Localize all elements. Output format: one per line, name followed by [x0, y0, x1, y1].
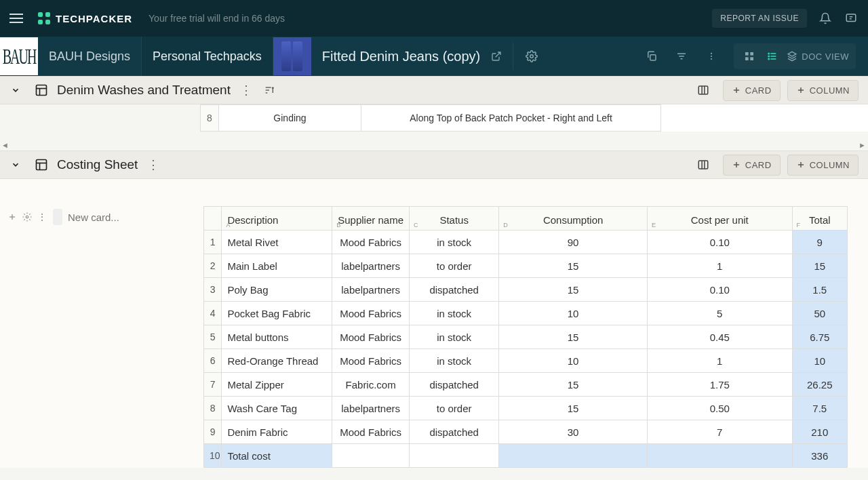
cell-total[interactable]: 9: [792, 231, 847, 254]
columns-icon[interactable]: [696, 83, 711, 98]
more-icon[interactable]: ⋮: [37, 212, 47, 222]
techpack-thumbnail[interactable]: [273, 37, 311, 75]
cell-description[interactable]: Red-Orange Thread: [222, 349, 332, 373]
cell-total[interactable]: 7.5: [792, 397, 847, 420]
new-card-input[interactable]: [68, 212, 197, 223]
chevron-down-icon[interactable]: [9, 159, 22, 171]
cell-total[interactable]: 15: [792, 254, 847, 278]
treatment-cell[interactable]: Ginding: [219, 104, 361, 132]
col-supplier[interactable]: Supplier nameB: [332, 207, 410, 231]
cell-supplier[interactable]: labelpartners: [332, 254, 410, 278]
add-icon[interactable]: [7, 212, 18, 222]
cell-consumption[interactable]: 30: [499, 420, 648, 444]
scroll-right-icon[interactable]: ►: [859, 141, 867, 151]
logo[interactable]: TECHPACKER: [38, 12, 132, 24]
cell-supplier[interactable]: Fabric.com: [332, 373, 410, 397]
cell-description[interactable]: Metal Zipper: [222, 373, 332, 397]
add-card-button[interactable]: CARD: [723, 155, 781, 176]
col-cost-per-unit[interactable]: Cost per unitE: [647, 207, 792, 231]
cell-total[interactable]: 210: [792, 420, 847, 444]
cell-supplier[interactable]: Mood Fabrics: [332, 349, 410, 373]
table-row[interactable]: 6Red-Orange ThreadMood Fabricsin stock10…: [204, 349, 848, 373]
cell-consumption[interactable]: 15: [499, 373, 648, 397]
cell-supplier[interactable]: Mood Fabrics: [332, 420, 410, 444]
columns-icon[interactable]: [696, 157, 711, 172]
filter-icon[interactable]: [674, 49, 689, 64]
copy-icon[interactable]: [644, 49, 659, 64]
table-row[interactable]: 9Denim FabricMood Fabricsdispatched30721…: [204, 420, 848, 444]
cell-description[interactable]: Wash Care Tag: [222, 397, 332, 420]
cell-status[interactable]: to order: [410, 397, 499, 420]
cell-cost-per-unit[interactable]: 7: [647, 420, 792, 444]
gear-icon[interactable]: [524, 49, 539, 64]
table-row[interactable]: 8 Ginding Along Top of Back Patch Pocket…: [200, 104, 868, 132]
cell-cost-per-unit[interactable]: 1: [647, 349, 792, 373]
cell-cost-per-unit[interactable]: 1: [647, 254, 792, 278]
doc-view-button[interactable]: DOC VIEW: [787, 51, 849, 62]
cell-consumption[interactable]: 90: [499, 231, 648, 254]
menu-icon[interactable]: [9, 10, 26, 26]
table-row[interactable]: 5Metal buttonsMood Fabricsin stock150.45…: [204, 325, 848, 349]
more-icon[interactable]: [704, 49, 719, 64]
cell-supplier[interactable]: labelpartners: [332, 278, 410, 302]
cell-cost-per-unit[interactable]: 0.10: [647, 231, 792, 254]
section-menu-icon[interactable]: ⋮: [240, 83, 252, 98]
cell-description[interactable]: Denim Fabric: [222, 420, 332, 444]
col-description[interactable]: DescriptionA: [222, 207, 332, 231]
cell-status[interactable]: dispatched: [410, 373, 499, 397]
cell-supplier[interactable]: Mood Fabrics: [332, 325, 410, 349]
breadcrumb-folder[interactable]: Personal Techpacks: [142, 37, 273, 76]
col-status[interactable]: StatusC: [410, 207, 499, 231]
table-row[interactable]: 7Metal ZipperFabric.comdispatched151.752…: [204, 373, 848, 397]
table-row[interactable]: 1Metal RivetMood Fabricsin stock900.109: [204, 231, 848, 254]
cell-cost-per-unit[interactable]: 0.50: [647, 397, 792, 420]
scroll-left-icon[interactable]: ◄: [1, 141, 9, 151]
cell-supplier[interactable]: Mood Fabrics: [332, 302, 410, 325]
cell-total[interactable]: 1.5: [792, 278, 847, 302]
breadcrumb-brand[interactable]: BAUH Designs: [38, 37, 142, 76]
col-consumption[interactable]: ConsumptionD: [499, 207, 648, 231]
location-cell[interactable]: Along Top of Back Patch Pocket - Right a…: [361, 104, 661, 132]
section-menu-icon[interactable]: ⋮: [147, 157, 159, 172]
gear-icon[interactable]: [22, 212, 33, 222]
cell-consumption[interactable]: 15: [499, 254, 648, 278]
cell-cost-per-unit[interactable]: 5: [647, 302, 792, 325]
report-issue-button[interactable]: REPORT AN ISSUE: [712, 9, 807, 28]
bell-icon[interactable]: [818, 11, 833, 26]
open-in-new-icon[interactable]: [491, 51, 502, 62]
cell-consumption[interactable]: 15: [499, 278, 648, 302]
add-column-button[interactable]: COLUMN: [787, 155, 859, 176]
table-row[interactable]: 4Pocket Bag FabricMood Fabricsin stock10…: [204, 302, 848, 325]
table-row[interactable]: 8Wash Care Taglabelpartnersto order150.5…: [204, 397, 848, 420]
cell-total[interactable]: 10: [792, 349, 847, 373]
cell-status[interactable]: in stock: [410, 325, 499, 349]
cell-status[interactable]: dispatched: [410, 278, 499, 302]
cell-status[interactable]: dispatched: [410, 420, 499, 444]
table-row[interactable]: 2Main Labellabelpartnersto order15115: [204, 254, 848, 278]
table-row[interactable]: 3Poly Baglabelpartnersdispatched150.101.…: [204, 278, 848, 302]
col-total[interactable]: TotalF: [792, 207, 847, 231]
cell-description[interactable]: Main Label: [222, 254, 332, 278]
chevron-down-icon[interactable]: [9, 84, 22, 96]
cell-total[interactable]: 50: [792, 302, 847, 325]
cell-status[interactable]: in stock: [410, 302, 499, 325]
cell-total[interactable]: 6.75: [792, 325, 847, 349]
cell-consumption[interactable]: 15: [499, 325, 648, 349]
cell-status[interactable]: in stock: [410, 349, 499, 373]
add-card-button[interactable]: CARD: [723, 80, 781, 101]
add-column-button[interactable]: COLUMN: [787, 80, 859, 101]
help-icon[interactable]: [844, 11, 859, 26]
list-view-button[interactable]: [764, 47, 781, 65]
grid-view-button[interactable]: [741, 47, 758, 65]
cell-cost-per-unit[interactable]: 0.10: [647, 278, 792, 302]
cell-cost-per-unit[interactable]: 0.45: [647, 325, 792, 349]
cell-supplier[interactable]: Mood Fabrics: [332, 231, 410, 254]
brand-thumbnail[interactable]: BAUH: [0, 37, 38, 75]
sort-icon[interactable]: [262, 83, 277, 98]
cell-supplier[interactable]: labelpartners: [332, 397, 410, 420]
cell-total[interactable]: 26.25: [792, 373, 847, 397]
cell-description[interactable]: Poly Bag: [222, 278, 332, 302]
cell-cost-per-unit[interactable]: 1.75: [647, 373, 792, 397]
cell-description[interactable]: Metal Rivet: [222, 231, 332, 254]
cell-consumption[interactable]: 10: [499, 349, 648, 373]
